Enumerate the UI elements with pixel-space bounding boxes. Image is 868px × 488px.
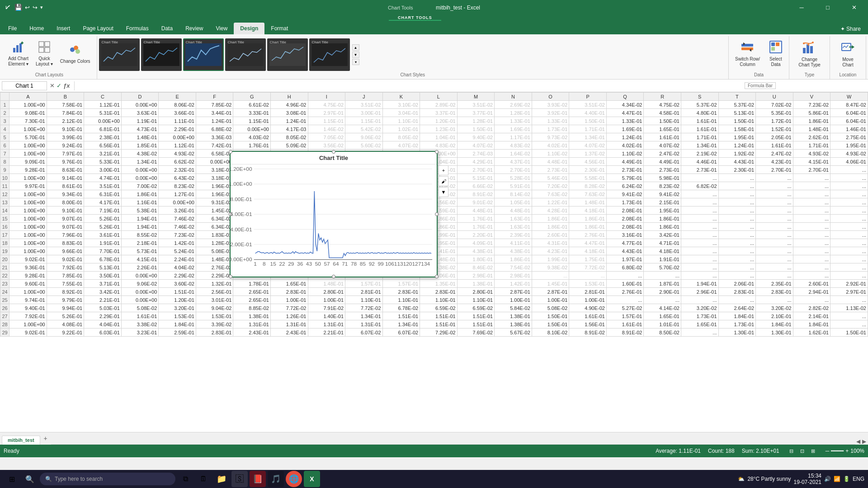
cell[interactable]: 1.62E-01 bbox=[793, 328, 830, 337]
cell[interactable]: 2.70E-01 bbox=[457, 166, 495, 174]
cell[interactable]: 4.93E-02 bbox=[830, 150, 868, 158]
cell[interactable]: 1.34E-01 bbox=[345, 312, 383, 320]
row-num-15[interactable]: 15 bbox=[0, 215, 9, 223]
sound-icon[interactable]: 🔊 bbox=[824, 476, 831, 482]
cell[interactable]: ... bbox=[793, 215, 830, 223]
cell[interactable]: 1.73E-01 bbox=[532, 125, 569, 133]
cell[interactable]: 1.51E-01 bbox=[457, 320, 495, 328]
cell[interactable]: 9.06E-02 bbox=[345, 133, 383, 141]
file-explorer-btn[interactable]: 📁 bbox=[213, 471, 230, 487]
col-header-Q[interactable]: Q bbox=[606, 93, 644, 101]
row-num-14[interactable]: 14 bbox=[0, 206, 9, 215]
cell[interactable]: 3.51E-01 bbox=[84, 182, 122, 190]
cell[interactable]: 9.34E-01 bbox=[47, 190, 84, 198]
cell[interactable]: 4.83E-02 bbox=[495, 141, 532, 150]
cell[interactable]: 1.61E-01 bbox=[121, 312, 159, 320]
cell[interactable]: ... bbox=[756, 174, 793, 182]
cell[interactable]: 8.85E-02 bbox=[233, 304, 271, 312]
cell[interactable]: 1.10E-01 bbox=[457, 296, 495, 304]
cell[interactable]: 9.10E-01 bbox=[47, 125, 84, 133]
chart-plus-btn[interactable]: + bbox=[439, 165, 448, 175]
cell[interactable]: 4.71E-01 bbox=[644, 239, 681, 247]
sheet-scroll-right[interactable]: ▶ bbox=[862, 438, 866, 445]
select-data-btn[interactable]: SelectData bbox=[766, 38, 785, 69]
cell[interactable]: 1.00E+00 bbox=[9, 174, 47, 182]
customize-icon[interactable]: ▾ bbox=[40, 5, 43, 10]
cell[interactable]: 1.48E-01 bbox=[121, 133, 159, 141]
cell[interactable]: 1.00E+00 bbox=[9, 288, 47, 296]
cell[interactable]: 4.23E-01 bbox=[756, 158, 793, 166]
cell[interactable]: 2.83E-01 bbox=[420, 288, 458, 296]
cell[interactable]: 8.50E-02 bbox=[644, 328, 681, 337]
cell[interactable]: 1.53E-01 bbox=[569, 280, 607, 288]
cell[interactable]: 1.11E-01 bbox=[159, 117, 196, 125]
maximize-btn[interactable]: □ bbox=[817, 0, 838, 14]
cell[interactable]: ... bbox=[532, 272, 569, 280]
cell[interactable]: 2.75E-01 bbox=[830, 133, 868, 141]
cell[interactable]: 1.72E-01 bbox=[756, 117, 793, 125]
cell[interactable]: 2.81E-01 bbox=[569, 288, 607, 296]
cell[interactable]: 3.38E-02 bbox=[121, 320, 159, 328]
cell[interactable]: 4.48E-01 bbox=[457, 206, 495, 215]
cell[interactable]: 1.24E-01 bbox=[718, 141, 756, 150]
cell[interactable]: 5.08E-01 bbox=[196, 247, 233, 255]
formula-input[interactable] bbox=[79, 82, 866, 89]
cell[interactable]: 3.37E-01 bbox=[420, 109, 458, 117]
move-chart-btn[interactable]: MoveChart bbox=[838, 38, 858, 70]
cell[interactable]: 1.63E-01 bbox=[495, 215, 532, 223]
cell[interactable]: 1.50E-01 bbox=[457, 125, 495, 133]
cell[interactable]: 7.54E-02 bbox=[495, 263, 532, 272]
cell[interactable]: 1.00E-01 bbox=[270, 296, 308, 304]
cell[interactable]: 1.50E-01 bbox=[644, 117, 681, 125]
cell[interactable]: 6.34E-02 bbox=[196, 223, 233, 231]
row-num-28[interactable]: 28 bbox=[0, 320, 9, 328]
cell[interactable]: 3.20E-01 bbox=[159, 304, 196, 312]
cell[interactable]: 9.41E-02 bbox=[606, 190, 644, 198]
cell[interactable]: 4.34E-02 bbox=[606, 101, 644, 109]
cell[interactable]: 1.84E-01 bbox=[718, 312, 756, 320]
cell[interactable]: 0.00E+00 bbox=[121, 272, 159, 280]
cell[interactable]: 1.71E-01 bbox=[569, 125, 607, 133]
cell[interactable]: 1.48E-01 bbox=[569, 198, 607, 206]
tab-review[interactable]: Review bbox=[179, 23, 209, 34]
battery-icon[interactable]: 🔋 bbox=[843, 476, 850, 482]
cell[interactable]: 1.86E-01 bbox=[644, 223, 681, 231]
cell[interactable]: ... bbox=[681, 328, 718, 337]
cell[interactable]: ... bbox=[644, 272, 681, 280]
cell[interactable]: ... bbox=[681, 263, 718, 272]
cell[interactable]: 1.51E-01 bbox=[382, 312, 420, 320]
cell[interactable]: ... bbox=[793, 239, 830, 247]
cell[interactable]: 3.23E-01 bbox=[121, 328, 159, 337]
cell[interactable]: 9.31E-02 bbox=[196, 198, 233, 206]
cell[interactable]: 1.58E-01 bbox=[718, 125, 756, 133]
cell[interactable]: 1.38E-01 bbox=[495, 312, 532, 320]
cell[interactable]: 1.52E-01 bbox=[756, 125, 793, 133]
cell[interactable]: 1.80E-01 bbox=[457, 255, 495, 263]
cell[interactable]: 1.42E-01 bbox=[495, 280, 532, 288]
cell[interactable]: 5.13E-01 bbox=[84, 263, 122, 272]
cell[interactable]: ... bbox=[793, 174, 830, 182]
cell[interactable]: 2.06E-01 bbox=[718, 280, 756, 288]
formula-function-icon[interactable]: ƒx bbox=[63, 82, 70, 89]
tab-view[interactable]: View bbox=[210, 23, 234, 34]
cell[interactable]: 2.39E-01 bbox=[495, 231, 532, 239]
cell[interactable]: 1.22E-01 bbox=[532, 198, 569, 206]
col-header-E[interactable]: E bbox=[159, 93, 196, 101]
cell[interactable]: 4.49E-01 bbox=[606, 158, 644, 166]
cell[interactable]: 4.47E-01 bbox=[569, 239, 607, 247]
cell[interactable]: 1.23E-01 bbox=[420, 125, 458, 133]
cell[interactable]: 2.96E-01 bbox=[681, 288, 718, 296]
cell[interactable]: 6.04E-01 bbox=[830, 109, 868, 117]
cell[interactable]: 4.17E-03 bbox=[270, 125, 308, 133]
cell[interactable]: ... bbox=[793, 296, 830, 304]
cell[interactable]: 1.10E-01 bbox=[382, 117, 420, 125]
cell[interactable]: ... bbox=[681, 247, 718, 255]
share-btn[interactable]: ✦ Share bbox=[833, 24, 868, 34]
cell[interactable]: 2.73E-01 bbox=[681, 166, 718, 174]
cell[interactable]: 3.16E-01 bbox=[606, 231, 644, 239]
cell[interactable]: 2.24E-01 bbox=[159, 255, 196, 263]
col-header-S[interactable]: S bbox=[681, 93, 718, 101]
zoom-slider[interactable]: ━━━━ bbox=[831, 448, 844, 454]
cell[interactable]: 1.57E-01 bbox=[382, 280, 420, 288]
tab-insert[interactable]: Insert bbox=[50, 23, 76, 34]
